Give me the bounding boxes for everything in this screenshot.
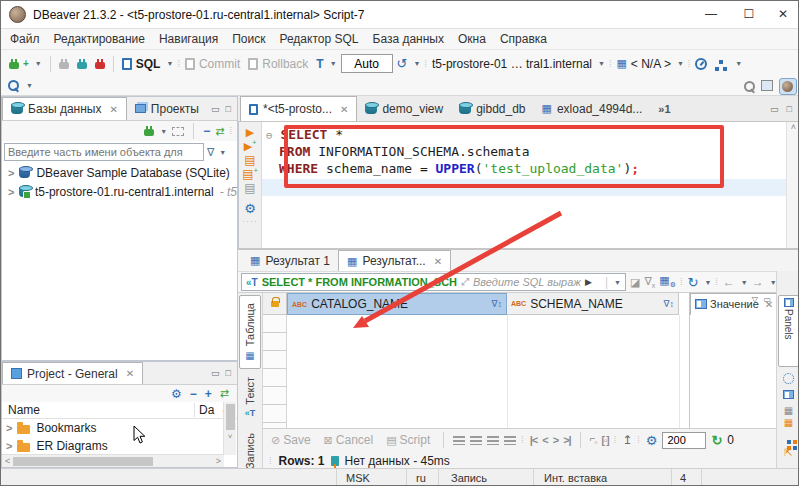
fetch-all-icon[interactable]: [▫] — [601, 435, 608, 446]
chevron-down-icon[interactable]: ▼ — [330, 60, 337, 67]
remove-filter-icon[interactable]: ∇x — [644, 275, 655, 289]
nav-back-icon[interactable]: ← — [723, 275, 735, 289]
expand-all-icon[interactable]: + — [205, 387, 212, 401]
add-row-icon[interactable] — [470, 436, 482, 445]
tab-projects[interactable]: Проекты — [127, 97, 207, 120]
presentation-tab-text[interactable]: Текст «T — [239, 377, 261, 425]
chevron-down-icon[interactable]: ▼ — [598, 60, 605, 67]
scroll-up-arrow[interactable]: ˄ — [787, 122, 799, 132]
sql-filter-box[interactable]: «T SELECT * FROM INFORMATION_SCH ⤢ Введи… — [241, 273, 626, 291]
menu-sql-editor[interactable]: Редактор SQL — [272, 29, 365, 49]
chevron-down-icon[interactable]: ▼ — [735, 60, 742, 67]
commit-button[interactable]: Commit — [181, 57, 244, 71]
chevron-down-icon[interactable]: ▼ — [26, 82, 33, 89]
minimize-panel-icon[interactable]: ▭ — [763, 295, 771, 304]
view-menu-icon[interactable]: ⁞ — [229, 126, 233, 136]
tab-result-2[interactable]: ▦ Результат... ✕ — [338, 250, 451, 271]
project-item-bookmarks[interactable]: > Bookmarks — [2, 419, 237, 437]
presentation-tab-grid[interactable]: Таблица ▦ — [239, 295, 261, 369]
filter-funnel-icon[interactable]: ∇ — [207, 146, 214, 159]
custom-filter-icon[interactable]: ▦⚙ — [659, 274, 676, 289]
column-header-name[interactable]: Name — [2, 403, 194, 417]
aggregate-panel-toggle-icon[interactable] — [784, 433, 794, 443]
export-data-icon[interactable]: ↥ — [622, 433, 632, 447]
row-header-corner[interactable] — [263, 293, 287, 315]
recent-history-button[interactable]: ↺ ▼ — [393, 56, 425, 71]
erase-filter-icon[interactable]: ◪ — [630, 276, 640, 289]
column-header-schema-name[interactable]: ABC SCHEMA_NAME ∇↕ — [507, 293, 679, 315]
value-view-toggle-icon[interactable] — [783, 373, 794, 384]
search-button[interactable]: ▼ — [3, 79, 37, 92]
menu-search[interactable]: Поиск — [225, 29, 272, 49]
editor-scrollbar[interactable]: ˄ — [786, 122, 799, 248]
maximize-panel-icon[interactable]: □ — [226, 368, 231, 378]
row-header-cell[interactable] — [263, 387, 286, 405]
project-vertical-scrollbar[interactable]: ˅ — [223, 402, 236, 455]
panels-tab[interactable]: Panels — [778, 295, 799, 367]
nav-forward-icon[interactable]: → — [752, 275, 764, 289]
commit-mode-combo[interactable] — [341, 54, 393, 73]
open-perspective-icon[interactable] — [761, 80, 773, 91]
calc-panel-toggle-icon[interactable]: ▦ — [777, 417, 799, 429]
menu-window[interactable]: Окна — [451, 29, 493, 49]
grid-settings-gear-icon[interactable]: ⚙ — [646, 433, 658, 448]
menu-database[interactable]: База данных — [366, 29, 451, 49]
tab-script-active[interactable]: *<t5-prosto... ✕ — [240, 96, 357, 121]
chevron-down-icon[interactable]: ▼ — [35, 60, 42, 67]
maximize-panel-icon[interactable]: □ — [787, 104, 792, 114]
editor-settings-button[interactable]: ⚙ — [239, 201, 261, 216]
panel-menu-icon[interactable]: ▽ — [752, 295, 758, 304]
last-row-icon[interactable]: >| — [563, 434, 571, 446]
link-with-editor-icon[interactable]: ⇄ — [215, 125, 224, 138]
project-horizontal-scrollbar[interactable]: < > — [2, 454, 224, 467]
grid-panel-toggle-icon[interactable] — [777, 388, 799, 402]
sql-editor-button[interactable]: SQL ▼ — [118, 57, 178, 71]
execute-new-tab-button[interactable]: ▶+ — [239, 139, 261, 153]
fetch-size-input[interactable] — [662, 432, 706, 449]
close-icon[interactable]: ✕ — [434, 256, 442, 267]
object-filter-input[interactable] — [4, 143, 204, 161]
tree-item-sample-db[interactable]: > DBeaver Sample Database (SQLite) — [2, 163, 237, 182]
link-with-editor-icon[interactable]: ⇄ — [220, 387, 229, 400]
explain-plan-button[interactable]: ▤ — [239, 181, 261, 195]
expand-chevron-icon[interactable]: > — [6, 440, 11, 452]
minimize-panel-icon[interactable]: ▭ — [770, 104, 779, 114]
row-header-cell[interactable] — [263, 351, 286, 369]
reconnect-button[interactable] — [73, 59, 91, 69]
refresh-results-icon[interactable]: ↻ — [687, 275, 698, 290]
maximize-button[interactable]: ☐ — [734, 7, 764, 21]
minimize-panel-icon[interactable]: ▭ — [211, 368, 220, 378]
close-icon[interactable]: ✕ — [109, 104, 117, 115]
cancel-button[interactable]: ⊠ Cancel — [320, 433, 378, 447]
metadata-panel-toggle-icon[interactable]: ▦ — [777, 405, 799, 417]
transaction-mode-button[interactable]: T ▼ — [312, 57, 340, 71]
presentation-switch-icon[interactable]: ⇱ — [777, 447, 799, 458]
row-header-cell[interactable] — [263, 405, 286, 423]
next-row-icon[interactable]: > — [553, 434, 558, 446]
close-icon[interactable]: ✕ — [126, 368, 134, 379]
execute-script-new-button[interactable]: ▤+ — [239, 167, 261, 181]
column-header-date[interactable]: Da — [194, 403, 222, 417]
tab-overflow-indicator[interactable]: »1 — [658, 103, 670, 115]
execute-script-button[interactable]: ▤ — [239, 153, 261, 167]
pin-icon[interactable] — [331, 456, 339, 466]
tab-demo-view[interactable]: demo_view — [357, 96, 451, 121]
new-folder-icon[interactable] — [172, 127, 184, 136]
expand-chevron-icon[interactable]: > — [8, 186, 13, 198]
duplicate-row-icon[interactable] — [487, 436, 499, 445]
chevron-down-icon[interactable]: ▼ — [741, 279, 748, 286]
quick-search-icon[interactable] — [743, 80, 756, 93]
record-mode-toggle[interactable]: Запись — [239, 433, 261, 469]
row-header-cell[interactable] — [263, 369, 286, 387]
tab-project-general[interactable]: Project - General ✕ — [2, 362, 143, 384]
locale-indicator[interactable]: ru — [416, 472, 426, 484]
menu-help[interactable]: Справка — [493, 29, 554, 49]
chevron-down-icon[interactable]: ▼ — [219, 149, 226, 156]
column-sort-filter-icon[interactable]: ∇↕ — [491, 299, 502, 309]
menu-navigation[interactable]: Навигация — [152, 29, 225, 49]
save-button[interactable]: ⊘ Save — [267, 433, 315, 447]
collapse-all-icon[interactable]: − — [203, 124, 210, 138]
chevron-down-icon[interactable]: ▼ — [704, 279, 711, 286]
menu-file[interactable]: Файл — [3, 29, 47, 49]
chevron-down-icon[interactable]: ▼ — [413, 60, 420, 67]
